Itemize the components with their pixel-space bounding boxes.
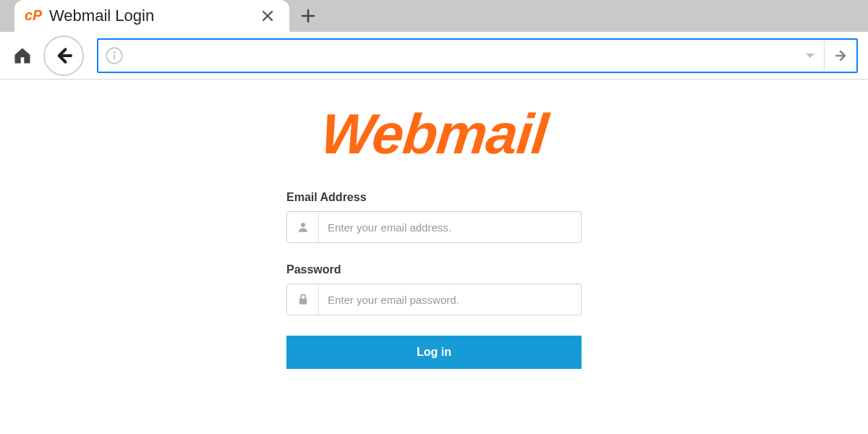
site-info-button[interactable] <box>98 40 130 72</box>
password-input-group <box>286 284 582 315</box>
page-content: Webmail Email Address Password Log in <box>0 80 868 369</box>
cpanel-favicon-icon: cP <box>25 7 42 25</box>
svg-rect-3 <box>114 54 115 59</box>
login-button[interactable]: Log in <box>286 336 582 369</box>
nav-bar <box>0 32 868 80</box>
arrow-right-icon <box>832 47 849 64</box>
close-tab-button[interactable] <box>258 6 278 26</box>
chevron-down-icon <box>804 50 816 61</box>
password-input[interactable] <box>319 284 581 315</box>
tab-title: Webmail Login <box>49 7 258 25</box>
close-icon <box>260 9 275 23</box>
back-button[interactable] <box>43 35 84 76</box>
url-dropdown-button[interactable] <box>796 41 825 70</box>
arrow-left-icon <box>53 45 75 67</box>
plus-icon <box>300 8 316 24</box>
new-tab-button[interactable] <box>295 3 321 29</box>
email-input-group <box>286 211 582 243</box>
email-input[interactable] <box>319 212 581 242</box>
email-label: Email Address <box>286 191 582 204</box>
svg-rect-4 <box>299 299 307 305</box>
lock-icon <box>287 284 319 315</box>
svg-point-2 <box>113 51 115 54</box>
url-bar[interactable] <box>97 38 858 73</box>
webmail-logo: Webmail <box>318 106 550 162</box>
home-icon <box>12 46 33 66</box>
browser-tab[interactable]: cP Webmail Login <box>14 0 289 32</box>
go-button[interactable] <box>825 41 856 70</box>
tab-bar: cP Webmail Login <box>0 0 868 32</box>
password-label: Password <box>286 263 582 276</box>
url-input[interactable] <box>130 48 796 63</box>
info-icon <box>105 46 124 65</box>
login-form: Email Address Password Log in <box>286 191 582 369</box>
home-button[interactable] <box>10 43 35 68</box>
user-icon <box>287 212 319 242</box>
svg-text:cP: cP <box>25 7 42 23</box>
